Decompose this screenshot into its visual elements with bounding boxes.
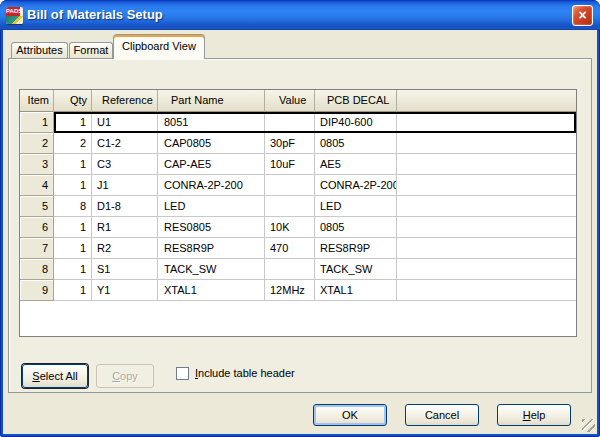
reference-cell[interactable]: U1 (92, 112, 158, 133)
reference-cell[interactable]: S1 (92, 259, 158, 280)
close-button[interactable]: × (572, 5, 593, 26)
reference-cell[interactable]: R2 (92, 238, 158, 259)
column-header-part-name: Part Name (158, 90, 265, 112)
filler-cell[interactable] (397, 196, 576, 217)
row-header-cell[interactable]: 2 (20, 133, 54, 154)
table-row: 8 1 S1 TACK_SW TACK_SW (20, 259, 576, 280)
tab-format[interactable]: Format (69, 42, 113, 58)
help-button[interactable]: Help (497, 404, 571, 426)
row-header-cell[interactable]: 9 (20, 280, 54, 301)
pads-icon-text: PADS (6, 7, 20, 16)
table-header-row: ItemQtyReferencePart NameValuePCB DECAL (20, 90, 576, 112)
ok-button[interactable]: OK (313, 404, 387, 426)
value-cell[interactable] (265, 259, 315, 280)
part-name-cell[interactable]: TACK_SW (158, 259, 265, 280)
reference-cell[interactable]: Y1 (92, 280, 158, 301)
column-header-qty: Qty (54, 90, 92, 112)
row-header-cell[interactable]: 8 (20, 259, 54, 280)
qty-cell[interactable]: 1 (54, 112, 92, 133)
row-header-cell[interactable]: 6 (20, 217, 54, 238)
part-name-cell[interactable]: LED (158, 196, 265, 217)
qty-cell[interactable]: 1 (54, 154, 92, 175)
part-name-cell[interactable]: CAP0805 (158, 133, 265, 154)
pcb-decal-cell[interactable]: TACK_SW (315, 259, 397, 280)
row-header-cell[interactable]: 7 (20, 238, 54, 259)
table-row: 3 1 C3 CAP-AE5 10uF AE5 (20, 154, 576, 175)
qty-cell[interactable]: 1 (54, 280, 92, 301)
pcb-decal-cell[interactable]: LED (315, 196, 397, 217)
filler-cell[interactable] (397, 175, 576, 196)
part-name-cell[interactable]: CAP-AE5 (158, 154, 265, 175)
window-title: Bill of Materials Setup (27, 0, 163, 30)
column-header-item: Item (20, 90, 54, 112)
pads-icon: PADS (6, 7, 23, 24)
select-all-button[interactable]: Select All (22, 364, 88, 388)
value-cell[interactable] (265, 175, 315, 196)
value-cell[interactable] (265, 112, 315, 133)
cancel-button[interactable]: Cancel (405, 404, 479, 426)
row-header-cell[interactable]: 3 (20, 154, 54, 175)
part-name-cell[interactable]: XTAL1 (158, 280, 265, 301)
part-name-cell[interactable]: CONRA-2P-200 (158, 175, 265, 196)
part-name-cell[interactable]: RES8R9P (158, 238, 265, 259)
filler-cell[interactable] (397, 154, 576, 175)
reference-cell[interactable]: D1-8 (92, 196, 158, 217)
filler-cell[interactable] (397, 133, 576, 154)
clipboard-view-panel: ItemQtyReferencePart NameValuePCB DECAL … (8, 58, 592, 393)
pcb-decal-cell[interactable]: CONRA-2P-200 (315, 175, 397, 196)
tab-clipboard-view[interactable]: Clipboard View (113, 34, 205, 59)
tab-attributes[interactable]: Attributes (11, 42, 68, 58)
dialog-body: AttributesFormatClipboard View ItemQtyRe… (3, 30, 597, 434)
table-row: 2 2 C1-2 CAP0805 30pF 0805 (20, 133, 576, 154)
include-table-header-checkbox[interactable] (176, 367, 189, 380)
title-bar[interactable]: PADS Bill of Materials Setup × (0, 0, 600, 30)
qty-cell[interactable]: 1 (54, 259, 92, 280)
pcb-decal-cell[interactable]: 0805 (315, 217, 397, 238)
row-header-cell[interactable]: 4 (20, 175, 54, 196)
include-table-header-label: Include table header (195, 367, 295, 380)
column-header-reference: Reference (92, 90, 158, 112)
value-cell[interactable]: 30pF (265, 133, 315, 154)
table-row: 4 1 J1 CONRA-2P-200 CONRA-2P-200 (20, 175, 576, 196)
table-row: 6 1 R1 RES0805 10K 0805 (20, 217, 576, 238)
row-header-cell[interactable]: 1 (20, 112, 54, 133)
qty-cell[interactable]: 8 (54, 196, 92, 217)
filler-cell[interactable] (397, 217, 576, 238)
pcb-decal-cell[interactable]: RES8R9P (315, 238, 397, 259)
resize-grip[interactable] (582, 419, 595, 432)
reference-cell[interactable]: C3 (92, 154, 158, 175)
column-header-pcb-decal: PCB DECAL (315, 90, 397, 112)
qty-cell[interactable]: 1 (54, 175, 92, 196)
reference-cell[interactable]: C1-2 (92, 133, 158, 154)
column-header-value: Value (265, 90, 315, 112)
pcb-decal-cell[interactable]: AE5 (315, 154, 397, 175)
filler-cell[interactable] (397, 238, 576, 259)
value-cell[interactable]: 12MHz (265, 280, 315, 301)
bom-table: ItemQtyReferencePart NameValuePCB DECAL … (19, 89, 577, 337)
copy-button[interactable]: Copy (96, 364, 154, 388)
reference-cell[interactable]: J1 (92, 175, 158, 196)
value-cell[interactable] (265, 196, 315, 217)
qty-cell[interactable]: 1 (54, 238, 92, 259)
value-cell[interactable]: 470 (265, 238, 315, 259)
filler-cell[interactable] (397, 259, 576, 280)
column-header-filler (397, 90, 576, 112)
table-row: 5 8 D1-8 LED LED (20, 196, 576, 217)
qty-cell[interactable]: 2 (54, 133, 92, 154)
table-row: 9 1 Y1 XTAL1 12MHz XTAL1 (20, 280, 576, 301)
bom-setup-dialog: PADS Bill of Materials Setup × Attribute… (0, 0, 600, 437)
qty-cell[interactable]: 1 (54, 217, 92, 238)
part-name-cell[interactable]: 8051 (158, 112, 265, 133)
table-row: 7 1 R2 RES8R9P 470 RES8R9P (20, 238, 576, 259)
pcb-decal-cell[interactable]: DIP40-600 (315, 112, 397, 133)
pcb-decal-cell[interactable]: 0805 (315, 133, 397, 154)
value-cell[interactable]: 10K (265, 217, 315, 238)
filler-cell[interactable] (397, 280, 576, 301)
row-header-cell[interactable]: 5 (20, 196, 54, 217)
reference-cell[interactable]: R1 (92, 217, 158, 238)
filler-cell[interactable] (397, 112, 576, 133)
close-icon: × (578, 7, 586, 23)
pcb-decal-cell[interactable]: XTAL1 (315, 280, 397, 301)
part-name-cell[interactable]: RES0805 (158, 217, 265, 238)
value-cell[interactable]: 10uF (265, 154, 315, 175)
